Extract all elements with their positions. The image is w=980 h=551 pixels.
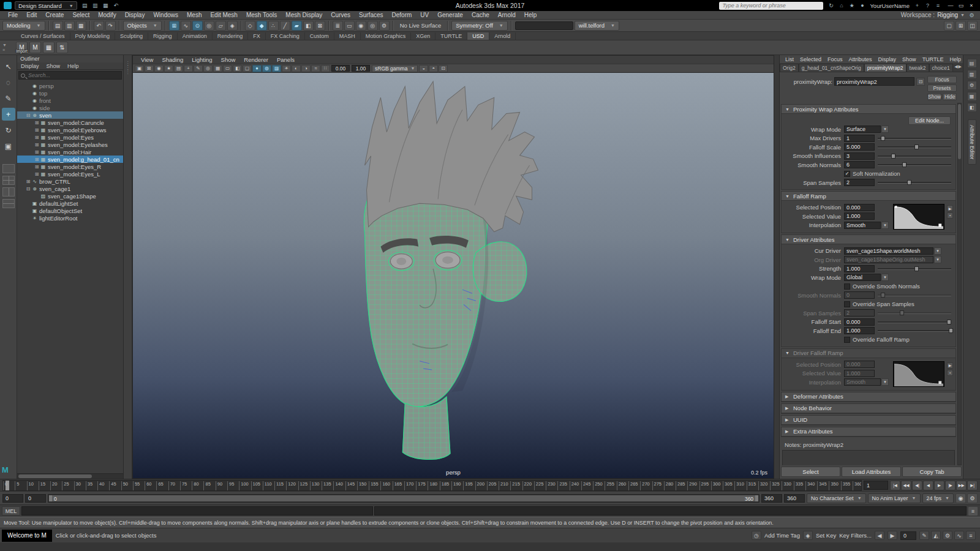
timeline-tick[interactable]: 30 [74,481,81,491]
override-smooth-normals-checkbox[interactable] [844,283,850,290]
Sculpting[interactable]: Sculpting [115,32,148,40]
timeline-tick[interactable]: 5 [15,481,19,491]
Poly Modeling[interactable]: Poly Modeling [70,32,116,40]
shelf-menu-icon[interactable]: ▼ [2,43,7,47]
select-tool[interactable]: ↖ [2,60,15,73]
script-editor-icon[interactable]: ≡ [968,506,978,516]
favorites-icon[interactable]: ★ [847,2,856,10]
timeline-tick[interactable]: 225 [534,481,544,491]
key-filters-label[interactable]: Key Filters... [839,532,872,539]
defaultObjectSet[interactable]: ▣ defaultObjectSet [17,207,123,214]
shelf-list-icon[interactable]: ≡ [2,48,7,52]
timeline-tick[interactable]: 210 [499,481,508,491]
timeline-tick[interactable]: 285 [676,481,685,491]
film-gate-icon[interactable]: ▢ [243,65,252,72]
ipr-render-icon[interactable]: ◎ [368,21,378,31]
uv-mask-icon[interactable]: ◧ [303,21,314,31]
smooth-influences-field[interactable]: 3 [844,152,875,160]
sven_model:Eyes_R[interactable]: ⊞ ▦ sven_model:Eyes_R [17,163,123,170]
sven_model:Eyes[interactable]: ⊞ ▦ sven_model:Eyes [17,133,123,141]
timeline-tick[interactable]: 175 [416,481,426,491]
range-slider-bar[interactable]: 0 360 [49,495,758,501]
timeline-tick[interactable]: 190 [451,481,461,491]
timeline-tick[interactable]: 160 [380,481,390,491]
pin-node-icon[interactable]: ⊡ [916,78,925,86]
timeline-tick[interactable]: 155 [369,481,379,491]
smooth-normals-field[interactable]: 6 [844,161,875,168]
expander-icon[interactable]: ⊞ [34,135,40,140]
timeline-tick[interactable]: 40 [97,481,104,491]
selected-position-field[interactable]: 0.000 [844,204,875,211]
timeline-tick[interactable]: 165 [393,481,402,491]
section-header[interactable]: ▼ Driver Attributes [782,235,956,244]
expander-icon[interactable]: ⊟ [25,186,31,192]
hamburger-icon[interactable]: ≡ [933,2,943,10]
Custom[interactable]: Custom [305,32,334,40]
presets-button[interactable]: Presets [927,84,957,92]
symmetry-dropdown[interactable]: Symmetry: Off ▼ [451,21,507,31]
animation-start-field[interactable]: 0 [2,494,23,503]
override-span-samples-checkbox[interactable] [844,301,850,307]
snap-point-icon[interactable]: ⊙ [192,21,203,31]
camera-apertures-icon[interactable]: ⊡ [439,65,448,72]
timeline-tick[interactable]: 295 [699,481,709,491]
scrollbar-handle[interactable] [18,474,92,478]
timeline-tick[interactable]: 120 [286,481,296,491]
timeline-tick[interactable]: 150 [357,481,367,491]
step-forward-frame-button[interactable]: |▶ [945,481,956,490]
selected-value-field[interactable]: 1.000 [844,212,875,220]
sven_model:Hair[interactable]: ⊞ ▦ sven_model:Hair [17,148,123,156]
edit-node-button[interactable]: Edit Node... [908,116,951,125]
timeline-tick[interactable]: 20 [50,481,57,491]
attribute-editor-vertical-tab[interactable]: Attribute Editor [968,119,976,165]
render-view-icon[interactable]: ▭ [344,21,355,31]
TURTLE[interactable]: TURTLE [435,32,467,40]
four-pane-layout-icon[interactable]: ⊞ [956,21,966,31]
backface-culling-icon[interactable]: ◓ [429,65,438,72]
timeline-tick[interactable]: 115 [274,481,284,491]
timeline-tick[interactable]: 100 [239,481,249,491]
sven_model:Eyelashes[interactable]: ⊞ ▦ sven_model:Eyelashes [17,141,123,148]
expander-icon[interactable]: ⊞ [34,127,40,133]
timeline-tick[interactable]: 95 [227,481,234,491]
strength-field[interactable]: 1.000 [844,265,875,272]
slider-handle[interactable] [881,136,885,141]
scrollbar-handle[interactable] [958,104,961,159]
expander-icon[interactable]: ⊞ [34,149,40,155]
timeline-tick[interactable]: 65 [156,481,163,491]
redo-icon[interactable]: ↷ [105,21,116,31]
timeline-tick[interactable]: 280 [664,481,674,491]
strength-slider[interactable] [878,265,951,272]
timeline-tick[interactable]: 270 [640,481,650,491]
edge-mask-icon[interactable]: ╱ [280,21,290,31]
soft-normalization-checkbox[interactable]: ✓ [844,171,850,177]
image-plane-icon[interactable]: ▤ [174,65,183,72]
minimize-icon[interactable]: — [946,1,956,10]
ramp-option-icon[interactable]: ▪ [947,212,953,219]
channel-box-icon[interactable]: ▤ [967,59,977,68]
Select[interactable]: Select [781,467,840,477]
sven_model:Caruncle[interactable]: ⊞ ▦ sven_model:Caruncle [17,119,123,126]
expander-icon[interactable]: ⊞ [34,171,40,177]
motion-blur-icon[interactable]: ≈ [311,65,320,72]
slider-handle[interactable] [914,266,919,271]
timeline-tick[interactable]: 85 [203,481,210,491]
multisample-icon[interactable]: ∷ [321,65,330,72]
wrap-mode-dropdown[interactable]: Surface [844,126,881,133]
timeline-tick[interactable]: 185 [440,481,450,491]
defaultLightSet[interactable]: ▣ defaultLightSet [17,200,123,207]
timeline-tick[interactable]: 200 [475,481,485,491]
node-name-field[interactable]: proximityWrap2 [834,77,914,86]
timeline-tick[interactable]: 215 [510,481,520,491]
timeline-tick[interactable]: 180 [428,481,437,491]
usd-create-stage-icon[interactable]: ▦ [43,42,55,53]
undo-icon[interactable]: ↶ [111,2,121,10]
timeline-tick[interactable]: 345 [817,481,827,491]
span-samples-field[interactable]: 2 [844,179,875,186]
timeline-tick[interactable]: 305 [723,481,733,491]
step-back-frame-button[interactable]: ◀| [912,481,922,490]
timeline-tick[interactable]: 110 [263,481,272,491]
section-header[interactable]: ▼ Driver Falloff Ramp [782,349,956,358]
outliner-search-input[interactable] [27,72,119,79]
select-camera-icon[interactable]: ▣ [135,65,144,72]
